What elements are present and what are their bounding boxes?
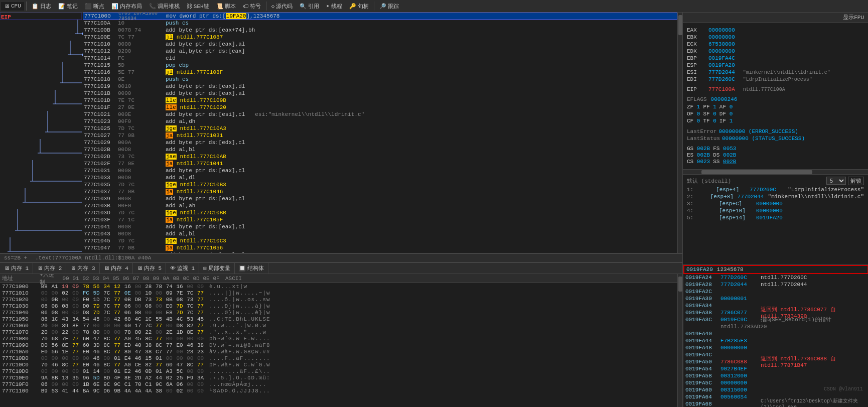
reg-ecx[interactable]: ECX 67530000 xyxy=(687,41,864,48)
tab-memory-2[interactable]: 🖥 内存 2 xyxy=(33,263,66,274)
disasm-line[interactable]: 777C1047 77 0B ja ntdll.777C1056 xyxy=(83,244,677,251)
disasm-line[interactable]: 777C1039 0008 add byte ptr ds:[eax],cl xyxy=(83,195,677,202)
disasm-line[interactable]: 777C103D 7D 7C jge ntdll.777C10BB xyxy=(83,209,677,216)
memory-row[interactable]: 777C10F0060000001B6E9C9CC170C19C6A060000… xyxy=(0,381,677,387)
disasm-line[interactable]: 777C1021 000E add byte ptr ds:[esi],cl e… xyxy=(83,111,677,118)
reg-ebx[interactable]: EBX 00000000 xyxy=(687,34,864,41)
show-fpu-button[interactable]: 显示FPU xyxy=(683,13,868,23)
rstack-row[interactable]: 0019FA68 C:\Users\ftn123\Desktop\新建文件夹 (… xyxy=(683,400,868,408)
disasm-line[interactable]: 777C1015 5D pop ebp xyxy=(83,62,677,69)
tab-memory-4[interactable]: 🖥 内存 4 xyxy=(100,263,133,274)
rstack-row[interactable]: 0019FA30 00000001 xyxy=(683,295,868,302)
disasm-line[interactable]: 777C1027 77 0B ja ntdll.777C1031 xyxy=(83,132,677,139)
memory-row[interactable]: 777C1090D0568E77603D8C77ED40388C77E04638… xyxy=(0,342,677,348)
memory-row[interactable]: 777C10A0E0561E77E0468C77804738C777002323… xyxy=(0,348,677,355)
memory-edit-box[interactable]: 0019FA20 12345678 xyxy=(683,265,868,274)
stack-row-2[interactable]: 2: [esp+8] 777D2044 "minkernel\\ntdll\\l… xyxy=(687,193,864,200)
disasm-line[interactable]: 777C1014 FC cld xyxy=(83,55,677,62)
reg-eip[interactable]: EIP 777C100A ntdll.777C100A xyxy=(687,86,864,93)
disasm-line[interactable]: 777C1049 0008 add byte ptr ds:[eax],cl xyxy=(83,251,677,253)
toolbar-seh[interactable]: ⛓ SEH链 xyxy=(184,2,212,11)
disasm-line[interactable]: 777C1010 0000 add byte ptr ds:[eax],al xyxy=(83,41,677,48)
toolbar-symbol[interactable]: 🏷 符号 xyxy=(240,2,264,11)
disasm-line[interactable]: 777C100A 10 push cs xyxy=(83,20,677,27)
stack-row-5[interactable]: 5: [esp+14] 0019FA20 xyxy=(687,214,864,221)
memory-scrollbar[interactable] xyxy=(677,274,682,407)
memory-row[interactable]: 777C10D00000000001140001E2460D01A35C0000… xyxy=(0,368,677,374)
disasm-line[interactable]: 777C1043 00D8 add al,bl xyxy=(83,230,677,237)
disasm-line[interactable]: 777C1023 00F0 add al,dh xyxy=(83,118,677,125)
disasm-scrollbar[interactable] xyxy=(677,13,682,253)
reg-esi[interactable]: ESI 777D2044 "minkernel\\ntdll\\ldrinit.… xyxy=(687,69,864,76)
eflags-row[interactable]: EFLAGS 00000246 xyxy=(687,96,864,103)
disasm-line[interactable]: 777C1037 77 0B ja ntdll.777C1046 xyxy=(83,188,677,195)
disasm-line[interactable]: 777C1025 7D 7C jge ntdll.777C10A3 xyxy=(83,125,677,132)
disasm-line[interactable]: 777C1019 0010 add byte ptr ds:[eax],dl xyxy=(83,83,677,90)
reg-edx[interactable]: EDX 00000000 xyxy=(687,48,864,55)
stack-row-3[interactable]: 3: [esp+C] 00000000 xyxy=(687,200,864,207)
toolbar-bp[interactable]: ⬛ 断点 xyxy=(82,2,107,11)
rstack-row[interactable]: 0019FA5C 00000000 xyxy=(683,379,868,386)
rstack-row[interactable]: 0019FA40 xyxy=(683,330,868,337)
memory-row[interactable]: 777C104006080000D87D7C7706080000E87D7C77… xyxy=(0,309,677,316)
memory-row[interactable]: 777C1100B9534144BA9CD69B4A4A4A3800020000… xyxy=(0,387,677,394)
toolbar-log[interactable]: 📋 日志 xyxy=(29,2,54,11)
disasm-line[interactable]: 777C102F 77 0E ja ntdll.777C1041 xyxy=(83,160,677,167)
tab-struct[interactable]: 🔲 结构体 xyxy=(235,263,268,274)
disasm-line[interactable]: 777C1016 5E 77 jl ntdll.777C108F xyxy=(83,69,677,76)
disasm-line[interactable]: 777C1033 00D0 add al,dl xyxy=(83,174,677,181)
memory-row[interactable]: 777C10702000220078800000788022002E1D8E77… xyxy=(0,329,677,335)
stack-count-select[interactable]: 5 10 xyxy=(826,177,846,185)
reg-eax[interactable]: EAX 00000000 xyxy=(687,27,864,34)
memory-row[interactable]: 777C10E09A8B1335965DBD4F8E2DA2440225F93A… xyxy=(0,374,677,381)
selected-instruction-row[interactable]: 777C1000 C705 20FA1900 785634 mov dword … xyxy=(83,13,677,20)
memory-row[interactable]: 777C10602000398E7700000060177C7700D88277… xyxy=(0,322,677,329)
memory-row[interactable]: 777C1000B8A11900785634121600287874160000… xyxy=(0,283,677,290)
memory-row[interactable]: 777C1050861C433A54450042684C1C554B4C5345… xyxy=(0,316,677,322)
toolbar-note[interactable]: 📝 笔记 xyxy=(55,2,81,11)
disasm-line[interactable]: 777C101F 27 0E lle ntdll.777C1020 xyxy=(83,104,677,111)
disasm-line[interactable]: 777C101B 0000 add byte ptr ds:[eax],al xyxy=(83,90,677,97)
toolbar-callstack[interactable]: 📞 调用堆栈 xyxy=(146,2,183,11)
disasm-line[interactable]: 777C1029 000A add byte ptr ds:[edx],cl xyxy=(83,139,677,146)
toolbar-handle[interactable]: 🔑 句柄 xyxy=(346,2,372,11)
disasm-line[interactable]: 777C1031 0008 add byte ptr ds:[eax],cl xyxy=(83,167,677,174)
reg-esp[interactable]: ESP 0019FA20 xyxy=(687,62,864,69)
disasm-line[interactable]: 777C102B 00D8 add al,bl xyxy=(83,146,677,153)
disasm-line[interactable]: 777C103F 77 1C ja ntdll.777C105F xyxy=(83,216,677,223)
rstack-row[interactable]: 0019FA3C 0019FC9C 指向SEH_Record(1)的指针 xyxy=(683,316,868,323)
disasm-line[interactable]: 777C100E 7C 77 jl ntdll.777C1087 xyxy=(83,34,677,41)
disasm-line[interactable]: 777C103B 00E0 add al,ah xyxy=(83,202,677,209)
disasm-line[interactable]: 777C1045 7D 7C jge ntdll.777C10C3 xyxy=(83,237,677,244)
rstack-row[interactable]: 0019FA44 E7B285E3 xyxy=(683,337,868,344)
toolbar-script[interactable]: 📜 脚本 xyxy=(213,2,239,11)
memory-row[interactable]: 777C101000000200FC5D7C770E001000097E7C77… xyxy=(0,290,677,296)
disasm-line[interactable]: 777C1035 7D 7C jge ntdll.777C10B3 xyxy=(83,181,677,188)
stack-row-4[interactable]: 4: [esp+10] 00000000 xyxy=(687,207,864,214)
rstack-row[interactable]: 0019FA50 7786C088 返回到 ntdll.7786C088 自 n… xyxy=(683,358,868,365)
memory-row[interactable]: 777C1020000B0000F01D7C770BDB73730B087377… xyxy=(0,296,677,303)
stack-row-1[interactable]: 1: [esp+4] 777D260C "LdrpInitializeProce… xyxy=(687,186,864,193)
toolbar-thread[interactable]: ➤ 线程 xyxy=(323,2,345,11)
disasm-line[interactable]: 777C101D 7E 7C lle ntdll.777C109B xyxy=(83,97,677,104)
toolbar-ref[interactable]: 🔍 引用 xyxy=(297,2,322,11)
toolbar-cpu[interactable]: 🖥 CPU xyxy=(1,2,24,11)
memory-row[interactable]: 777C10B00000000000460001E446150100000000… xyxy=(0,355,677,361)
toolbar-trace[interactable]: 🔎 跟踪 xyxy=(376,2,402,11)
tab-memory-3[interactable]: 🖥 内存 3 xyxy=(66,263,99,274)
rstack-row[interactable]: 0019FA58 00312000 xyxy=(683,372,868,379)
tab-memory-5[interactable]: 🖥 内存 5 xyxy=(133,263,166,274)
reg-ebp[interactable]: EBP 0019FA4C xyxy=(687,55,864,62)
tab-memory-1[interactable]: 🖥 内存 1 xyxy=(0,263,33,274)
rstack-row[interactable]: 0019FA24 777D260C ntdll.777D260C xyxy=(683,274,868,281)
toolbar-source[interactable]: ◇ 源代码 xyxy=(268,2,296,11)
rstack-row[interactable]: ntdll.7783AD20 xyxy=(683,323,868,330)
rstack-row[interactable]: 0019FA28 777D2044 ntdll.777D2044 xyxy=(683,281,868,288)
disasm-line[interactable]: 777C1041 0008 add byte ptr ds:[eax],cl xyxy=(83,223,677,230)
disasm-line[interactable]: 777C1018 0E push cs xyxy=(83,76,677,83)
rstack-row[interactable]: 0019FA2C xyxy=(683,288,868,295)
tab-locals[interactable]: ⊞ 局部变量 xyxy=(199,263,235,274)
memory-row[interactable]: 777C108070687E7760478C77A0458C7700000000… xyxy=(0,335,677,342)
toolbar-memlayout[interactable]: 📊 内存布局 xyxy=(108,2,145,11)
disasm-line[interactable]: 777C1012 0200 add al,byte ptr ds:[eax] xyxy=(83,48,677,55)
